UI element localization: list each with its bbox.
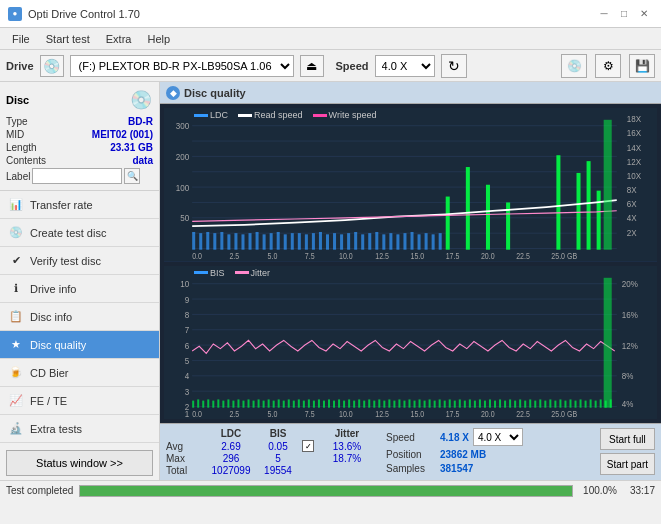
svg-rect-178: [509, 399, 511, 407]
sidebar-item-drive-info[interactable]: ℹ Drive info: [0, 275, 159, 303]
svg-text:2.5: 2.5: [229, 252, 239, 262]
svg-text:20.0: 20.0: [481, 409, 495, 419]
eject-button[interactable]: ⏏: [300, 55, 324, 77]
stats-avg-label: Avg: [166, 441, 204, 452]
jitter-legend-color: [235, 271, 249, 274]
disc-button[interactable]: 💿: [561, 54, 587, 78]
svg-rect-166: [449, 399, 451, 407]
disc-mid-value: MEIT02 (001): [92, 129, 153, 140]
sidebar-item-fe-te[interactable]: 📈 FE / TE: [0, 387, 159, 415]
chart1-svg: 300 200 100 50 18X 16X 14X 12X 10X 8X 6X…: [164, 108, 657, 262]
main-area: Disc 💿 Type BD-R MID MEIT02 (001) Length…: [0, 82, 661, 480]
svg-text:5: 5: [185, 355, 190, 366]
svg-rect-36: [206, 232, 209, 250]
disc-label-input[interactable]: [32, 168, 122, 184]
svg-rect-137: [303, 400, 305, 407]
svg-rect-186: [549, 399, 551, 407]
menu-extra[interactable]: Extra: [98, 28, 140, 50]
svg-rect-196: [600, 399, 602, 407]
status-window-button[interactable]: Status window >>: [6, 450, 153, 476]
stats-total-bis: 19554: [258, 465, 298, 476]
stats-table: LDC BIS Jitter Avg 2.69 0.05 ✓ 13.6% Max…: [166, 428, 372, 476]
svg-text:10: 10: [180, 278, 189, 289]
progress-percent: 100.0%: [579, 485, 617, 496]
menu-help[interactable]: Help: [139, 28, 178, 50]
svg-rect-150: [368, 399, 370, 407]
start-full-button[interactable]: Start full: [600, 428, 655, 450]
disc-panel-title: Disc: [6, 94, 29, 106]
svg-rect-68: [375, 232, 378, 250]
svg-rect-54: [577, 173, 581, 250]
stats-avg-bis: 0.05: [258, 441, 298, 452]
svg-rect-38: [220, 232, 223, 250]
svg-rect-187: [554, 400, 556, 407]
svg-rect-78: [604, 120, 612, 250]
svg-rect-51: [486, 185, 490, 250]
disc-panel: Disc 💿 Type BD-R MID MEIT02 (001) Length…: [0, 82, 159, 191]
drivebar: Drive 💿 (F:) PLEXTOR BD-R PX-LB950SA 1.0…: [0, 50, 661, 82]
speed-position-info: Speed 4.18 X 4.0 X Position 23862 MB Sam…: [386, 428, 523, 474]
sidebar-item-disc-quality[interactable]: ★ Disc quality: [0, 331, 159, 359]
drive-info-icon: ℹ: [8, 281, 24, 297]
svg-rect-74: [418, 234, 421, 249]
sidebar-item-label-disc-info: Disc info: [30, 311, 72, 323]
sidebar-item-extra-tests[interactable]: 🔬 Extra tests: [0, 415, 159, 443]
menu-file[interactable]: File: [4, 28, 38, 50]
close-button[interactable]: ✕: [635, 5, 653, 23]
sidebar-item-label-extra-tests: Extra tests: [30, 423, 82, 435]
svg-rect-168: [459, 399, 461, 407]
disc-header: Disc 💿: [6, 88, 153, 112]
progress-bar-outer: [79, 485, 573, 497]
disc-contents-row: Contents data: [6, 155, 153, 166]
sidebar-item-disc-info[interactable]: 📋 Disc info: [0, 303, 159, 331]
settings-button[interactable]: ⚙: [595, 54, 621, 78]
sidebar-item-verify-test[interactable]: ✔ Verify test disc: [0, 247, 159, 275]
svg-rect-190: [569, 399, 571, 407]
jitter-legend-label: Jitter: [251, 268, 271, 278]
start-part-button[interactable]: Start part: [600, 453, 655, 475]
svg-rect-169: [464, 400, 466, 407]
progress-bar-inner: [80, 486, 572, 496]
sidebar-item-transfer-rate[interactable]: 📊 Transfer rate: [0, 191, 159, 219]
minimize-button[interactable]: ─: [595, 5, 613, 23]
speed-select[interactable]: 4.0 X 2.0 X 8.0 X: [375, 55, 435, 77]
svg-text:12.5: 12.5: [375, 252, 389, 262]
svg-rect-155: [393, 400, 395, 407]
position-row: Position 23862 MB: [386, 449, 523, 460]
svg-rect-142: [328, 399, 330, 407]
disc-type-row: Type BD-R: [6, 116, 153, 127]
disc-length-label: Length: [6, 142, 37, 153]
maximize-button[interactable]: □: [615, 5, 633, 23]
position-value: 23862 MB: [440, 449, 486, 460]
drive-icon: 💿: [40, 55, 64, 77]
svg-text:5.0: 5.0: [268, 252, 278, 262]
disc-label-icon-btn[interactable]: 🔍: [124, 168, 140, 184]
sidebar-item-create-test[interactable]: 💿 Create test disc: [0, 219, 159, 247]
svg-rect-64: [347, 233, 350, 250]
svg-rect-164: [439, 399, 441, 407]
svg-rect-60: [319, 232, 322, 250]
svg-rect-192: [580, 399, 582, 407]
svg-rect-122: [227, 399, 229, 407]
svg-rect-170: [469, 399, 471, 407]
svg-rect-121: [222, 400, 224, 407]
save-button[interactable]: 💾: [629, 54, 655, 78]
svg-rect-75: [425, 233, 428, 250]
sidebar-item-cd-bier[interactable]: 🍺 CD Bier: [0, 359, 159, 387]
speed-info-select[interactable]: 4.0 X: [473, 428, 523, 446]
stats-max-jitter: 18.7%: [322, 453, 372, 464]
stats-avg-jitter: 13.6%: [322, 441, 372, 452]
sidebar: Disc 💿 Type BD-R MID MEIT02 (001) Length…: [0, 82, 160, 480]
menu-starttest[interactable]: Start test: [38, 28, 98, 50]
svg-rect-151: [373, 400, 375, 407]
drive-select[interactable]: (F:) PLEXTOR BD-R PX-LB950SA 1.06: [70, 55, 294, 77]
svg-text:4%: 4%: [622, 397, 634, 408]
jitter-checkbox[interactable]: ✓: [302, 440, 314, 452]
refresh-button[interactable]: ↻: [441, 54, 467, 78]
svg-text:9: 9: [185, 293, 190, 304]
svg-text:10.0: 10.0: [339, 252, 353, 262]
disc-type-label: Type: [6, 116, 28, 127]
chart2-legend: BIS Jitter: [194, 268, 270, 278]
svg-text:4X: 4X: [627, 213, 637, 224]
svg-text:8X: 8X: [627, 184, 637, 195]
